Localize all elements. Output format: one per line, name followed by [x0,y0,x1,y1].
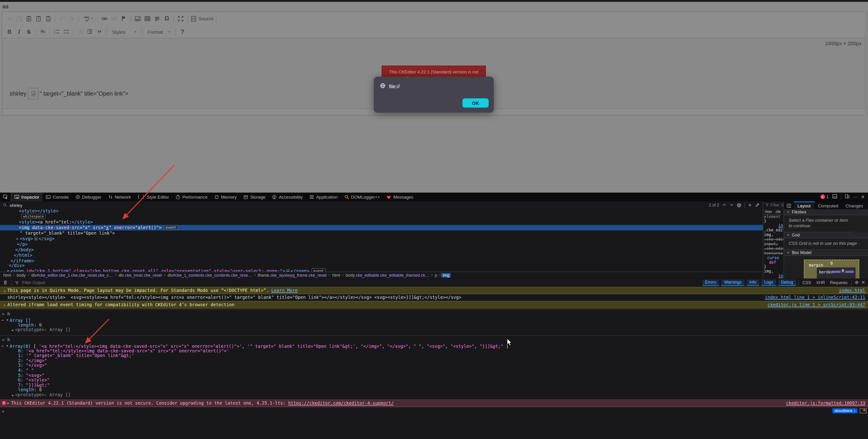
filter-css[interactable]: CSS [801,280,812,285]
filter-errors[interactable]: Errors [702,280,719,286]
markup-row[interactable]: whitespace [0,214,763,219]
breadcrumb-item[interactable]: html [331,273,341,277]
tab-computed[interactable]: Computed [814,201,842,209]
breadcrumb-item[interactable]: html [2,273,12,277]
filter-debug[interactable]: Debug [778,280,796,286]
source-link[interactable]: ckeditor.js:formatted:10097:33 [786,401,865,406]
responsive-mode-icon[interactable] [844,193,850,201]
tab-layout[interactable]: Layout [794,201,814,209]
eyedropper-icon[interactable] [755,202,760,208]
markup-row[interactable]: " target="_blank" title="Open link"> [0,230,763,236]
breadcrumb-item[interactable]: div#cke_editor.cke_1.cke.cke_reset.cke_c… [30,273,114,277]
breadcrumb-item[interactable]: body [15,273,27,277]
bulleted-list-icon[interactable] [62,27,71,36]
error-count-badge[interactable]: !1 [820,195,829,199]
search-prev-icon[interactable] [722,203,726,208]
table-icon[interactable] [143,14,152,23]
filter-info[interactable]: Info [747,280,759,286]
markup-row[interactable]: </body> [0,247,763,253]
paste-icon[interactable] [25,14,33,23]
tab-messages[interactable]: Messages [383,193,417,201]
image-icon[interactable] [133,14,142,23]
search-next-icon[interactable] [730,203,734,208]
markup-row[interactable]: <style><a href="tel:</style> [0,219,763,225]
markup-row[interactable]: </p> [0,241,763,247]
breadcrumb-item[interactable]: iframe.cke_wysiwyg_frame.cke_reset [256,273,328,277]
console-warn-row[interactable]: ⚠Altered iframe load event timing for co… [0,301,868,308]
redo-icon[interactable]: ↷ [67,14,76,23]
paste-plain-text-icon[interactable]: T [34,14,43,23]
markup-row[interactable]: </html> [0,253,763,258]
class-toggle[interactable]: .cls [775,209,780,214]
broken-image-icon[interactable] [28,88,38,99]
console-warn-row[interactable]: ⚠This page is in Quirks Mode. Page layou… [0,287,868,294]
markup-row[interactable]: <img data-cke-saved-src="x" src="x" oner… [0,225,763,230]
tab-performance[interactable]: Performance [173,193,211,201]
spellcheck-icon[interactable]: ABC ▾ [81,14,95,23]
window-corner-icon[interactable] [860,408,866,413]
source-link[interactable]: index.html [839,288,865,293]
meatball-menu-icon[interactable]: ⋯ [853,195,858,200]
blockquote-icon[interactable]: ” [95,26,104,37]
indent-icon[interactable] [85,27,94,36]
search-input[interactable]: shirley [10,203,22,208]
breadcrumb-item[interactable]: body.cke_editable.cke_editable_themed.ck… [344,273,431,277]
box-model-border[interactable]: border 0 [817,267,856,278]
console-input-row[interactable]: »h [0,335,868,343]
console-link[interactable]: https://ckeditor.com/ckeditor-4-support/ [288,401,394,406]
tab-style-editor[interactable]: { }Style Editor [134,193,173,201]
devtools-close-icon[interactable]: ✕ [861,195,865,200]
split-console-icon[interactable] [832,193,837,201]
unlink-icon[interactable] [110,14,119,23]
copy-icon[interactable] [15,14,24,23]
format-dropdown[interactable]: Format▾ [145,27,173,36]
add-node-icon[interactable]: + [748,203,751,208]
markup-row[interactable]: </div> [0,263,763,268]
outdent-icon[interactable] [76,27,85,36]
gear-icon[interactable] [854,279,859,287]
pseudo-hov-toggle[interactable]: :hov [765,209,772,214]
link-icon[interactable] [100,14,109,23]
console-error-row[interactable]: !▶This CKEditor 4.22.1 (Standard) versio… [0,399,868,407]
breadcrumb-item[interactable]: p [434,273,439,277]
console-prompt[interactable]: » [0,407,868,415]
console-result-block[interactable]: ←▼Array []length: 0▶<prototype>: Array [… [0,317,868,334]
ok-button[interactable]: OK [462,98,489,108]
bold-icon[interactable]: B [5,27,14,36]
paste-from-word-icon[interactable]: W [44,14,53,23]
console-link[interactable]: Learn More [271,288,298,293]
remove-format-icon[interactable]: Tx [38,27,47,36]
filter-logs[interactable]: Logs [762,280,776,286]
iframe-context-badge[interactable]: aboutblank↕ [833,408,858,413]
console-log-row[interactable]: shirley<style></style> <svg><style><a hr… [0,294,868,301]
flexbox-section-header[interactable]: ▼Flexbox [784,209,868,215]
breadcrumb-item[interactable]: div.cke_inner.cke_reset [117,273,163,277]
markup-row[interactable]: <style></style> [0,209,763,214]
source-link[interactable]: index.html line 1 > inlineScript:42:11 [765,295,865,300]
undo-icon[interactable]: ↶ [58,14,66,23]
anchor-flag-icon[interactable] [120,14,128,23]
styles-dropdown[interactable]: Styles▾ [109,27,140,36]
about-help-icon[interactable]: ? [178,27,187,36]
console-close-icon[interactable]: ✕ [861,280,865,285]
tab-network[interactable]: Network [104,193,134,201]
breadcrumb-item[interactable]: div#cke_1_contents.cke_contents.cke_rese… [166,273,253,277]
tab-storage[interactable]: Storage [240,193,269,201]
margin-top-value[interactable]: 0 [830,261,833,265]
filter-xhr[interactable]: XHR [815,280,826,285]
markup-view[interactable]: <style></style>whitespace<style><a href=… [0,209,763,278]
border-top-value[interactable]: 0 [840,269,846,273]
box-model-margin[interactable]: margin 0 border 0 [804,259,859,278]
console-input-row[interactable]: »h [0,309,868,317]
clear-console-icon[interactable] [3,279,8,287]
tab-memory[interactable]: Memory [211,193,240,201]
search-clear-icon[interactable]: ✕ [737,203,741,207]
filter-requests[interactable]: Requests [829,280,849,285]
italic-icon[interactable]: I [15,27,24,36]
horizontal-rule-icon[interactable] [153,14,161,23]
source-icon[interactable]: Source [190,14,214,23]
breadcrumb[interactable]: html>body>div#cke_editor.cke_1.cke.cke_r… [0,271,763,278]
grid-section-header[interactable]: ▼Grid [784,232,868,238]
tab-application[interactable]: Application [306,193,341,201]
special-char-icon[interactable]: Ω [162,14,171,23]
